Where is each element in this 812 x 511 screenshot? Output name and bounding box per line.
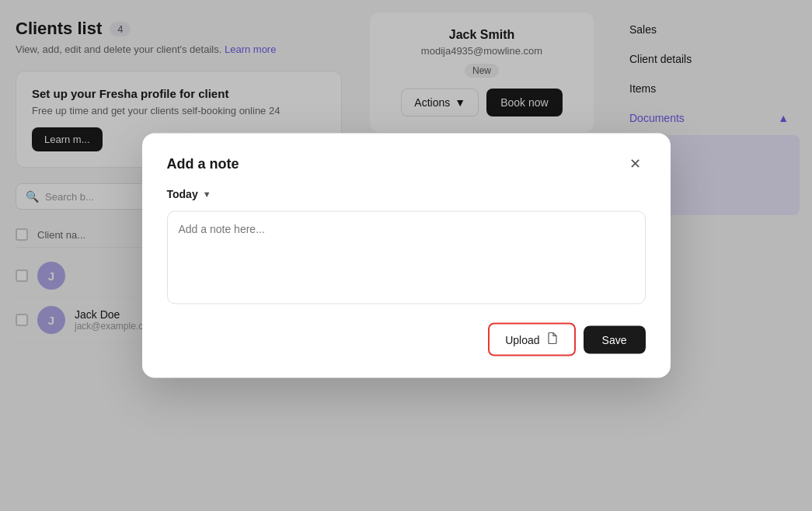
upload-label: Upload <box>505 333 539 346</box>
add-note-modal: Add a note ✕ Today ▼ Upload Save <box>142 134 671 378</box>
modal-footer: Upload Save <box>167 323 646 356</box>
upload-file-icon <box>546 332 559 347</box>
modal-header: Add a note ✕ <box>167 155 646 172</box>
upload-button[interactable]: Upload <box>488 323 575 356</box>
date-label: Today <box>167 188 198 200</box>
note-textarea[interactable] <box>167 211 646 304</box>
modal-title: Add a note <box>167 155 239 172</box>
date-chevron-down-icon: ▼ <box>203 189 211 199</box>
modal-close-button[interactable]: ✕ <box>625 155 646 172</box>
save-button[interactable]: Save <box>584 325 646 353</box>
date-selector[interactable]: Today ▼ <box>167 188 646 200</box>
